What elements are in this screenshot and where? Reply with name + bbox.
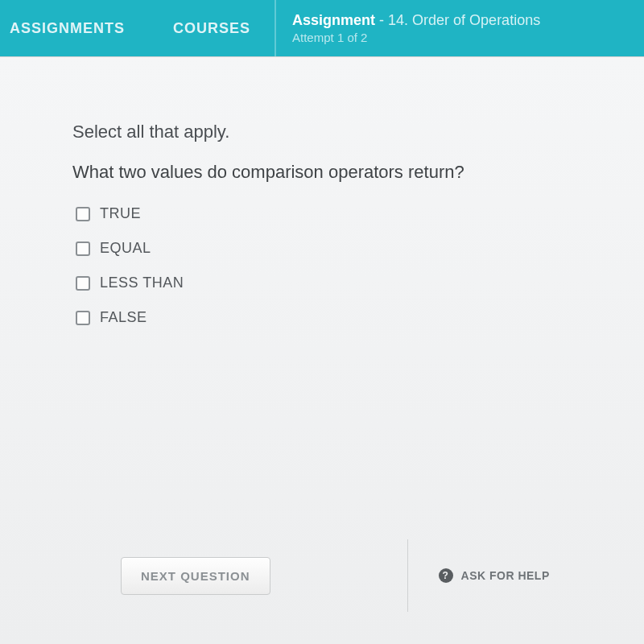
assignment-heading: Assignment <box>292 12 375 28</box>
instruction-text: Select all that apply. <box>72 122 588 142</box>
option-row: EQUAL <box>76 240 588 257</box>
option-row: FALSE <box>76 309 588 326</box>
assignment-attempt: Attempt 1 of 2 <box>292 31 628 44</box>
checkbox-true[interactable] <box>76 207 90 221</box>
checkbox-less-than[interactable] <box>76 276 90 291</box>
footer-actions: NEXT QUESTION ? ASK FOR HELP <box>0 539 644 612</box>
next-question-button[interactable]: NEXT QUESTION <box>121 557 270 595</box>
checkbox-false[interactable] <box>76 311 90 325</box>
ask-help-label: ASK FOR HELP <box>461 569 550 582</box>
assignment-info: Assignment - 14. Order of Operations Att… <box>275 0 644 56</box>
help-icon: ? <box>439 568 453 583</box>
checkbox-equal[interactable] <box>76 242 90 256</box>
option-row: TRUE <box>76 205 588 222</box>
question-panel: Select all that apply. What two values d… <box>0 56 644 644</box>
option-label: FALSE <box>100 309 147 326</box>
nav-courses[interactable]: COURSES <box>149 0 275 56</box>
app-header: ASSIGNMENTS COURSES Assignment - 14. Ord… <box>0 0 644 56</box>
options-list: TRUE EQUAL LESS THAN FALSE <box>76 205 588 326</box>
assignment-name: - 14. Order of Operations <box>375 12 540 28</box>
question-text: What two values do comparison operators … <box>72 162 588 183</box>
ask-help-button[interactable]: ? ASK FOR HELP <box>439 568 550 583</box>
option-label: EQUAL <box>100 240 151 257</box>
assignment-title: Assignment - 14. Order of Operations <box>292 12 628 29</box>
option-label: LESS THAN <box>100 275 184 291</box>
option-label: TRUE <box>100 205 141 222</box>
vertical-divider <box>407 539 408 612</box>
nav-assignments[interactable]: ASSIGNMENTS <box>0 0 149 56</box>
option-row: LESS THAN <box>76 275 588 291</box>
